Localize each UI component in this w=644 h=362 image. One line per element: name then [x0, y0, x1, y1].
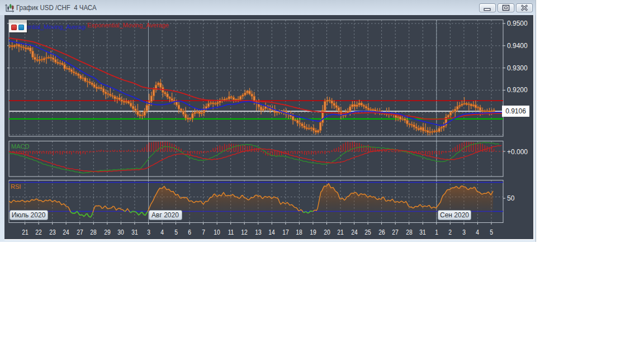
svg-text:RSI: RSI — [11, 183, 21, 190]
svg-text:MACD: MACD — [11, 143, 29, 150]
